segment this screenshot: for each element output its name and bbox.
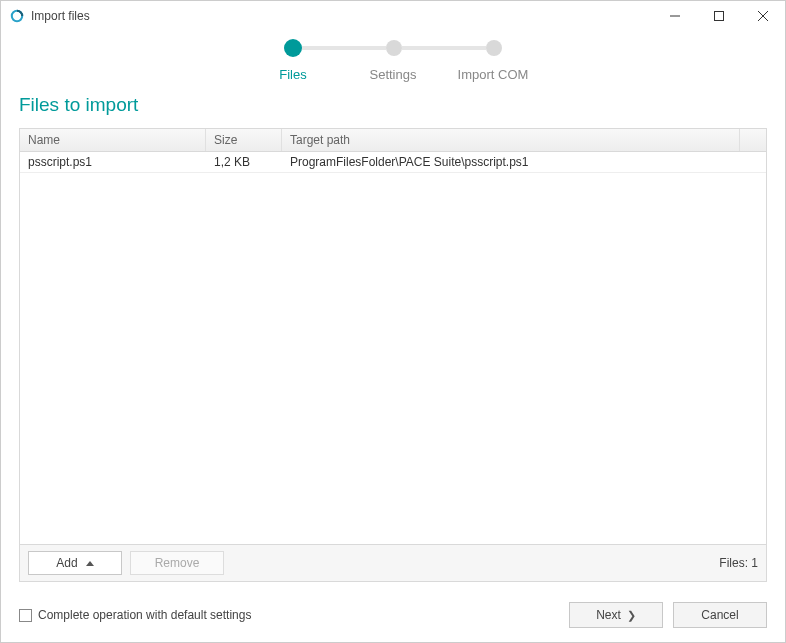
next-button[interactable]: Next ❯ [569,602,663,628]
wizard-stepper: Files Settings Import COM [1,31,785,90]
checkbox-icon [19,609,32,622]
remove-button-label: Remove [155,556,200,570]
remove-button[interactable]: Remove [130,551,224,575]
next-button-label: Next [596,608,621,622]
cancel-button-label: Cancel [701,608,738,622]
cell-size: 1,2 KB [206,152,282,172]
column-header-path[interactable]: Target path [282,129,740,151]
titlebar: Import files [1,1,785,31]
step-label-import-com[interactable]: Import COM [443,67,543,82]
content-area: Files to import Name Size Target path ps… [1,90,785,592]
close-button[interactable] [741,1,785,31]
window-controls [653,1,785,31]
cancel-button[interactable]: Cancel [673,602,767,628]
step-dot-settings[interactable] [386,40,402,56]
table-body[interactable]: psscript.ps1 1,2 KB ProgramFilesFolder\P… [20,152,766,544]
files-count: Files: 1 [719,556,758,570]
default-settings-checkbox[interactable]: Complete operation with default settings [19,608,251,622]
table-header: Name Size Target path [20,129,766,152]
minimize-button[interactable] [653,1,697,31]
table-footer: Add Remove Files: 1 [20,544,766,581]
column-header-extra [740,129,766,151]
step-label-files[interactable]: Files [243,67,343,82]
window-title: Import files [31,9,90,23]
column-header-size[interactable]: Size [206,129,282,151]
caret-up-icon [86,561,94,566]
app-icon [9,8,25,24]
step-dot-import-com[interactable] [486,40,502,56]
chevron-right-icon: ❯ [627,609,636,622]
cell-name: psscript.ps1 [20,152,206,172]
section-title: Files to import [19,94,767,116]
svg-rect-2 [715,12,724,21]
step-line [302,46,386,50]
step-dot-files[interactable] [284,39,302,57]
add-button[interactable]: Add [28,551,122,575]
bottom-bar: Complete operation with default settings… [1,592,785,642]
column-header-name[interactable]: Name [20,129,206,151]
step-line [402,46,486,50]
files-table: Name Size Target path psscript.ps1 1,2 K… [19,128,767,582]
add-button-label: Add [56,556,77,570]
step-label-settings[interactable]: Settings [343,67,443,82]
maximize-button[interactable] [697,1,741,31]
checkbox-label: Complete operation with default settings [38,608,251,622]
cell-path: ProgramFilesFolder\PACE Suite\psscript.p… [282,152,740,172]
cell-extra [740,152,766,172]
table-row[interactable]: psscript.ps1 1,2 KB ProgramFilesFolder\P… [20,152,766,173]
